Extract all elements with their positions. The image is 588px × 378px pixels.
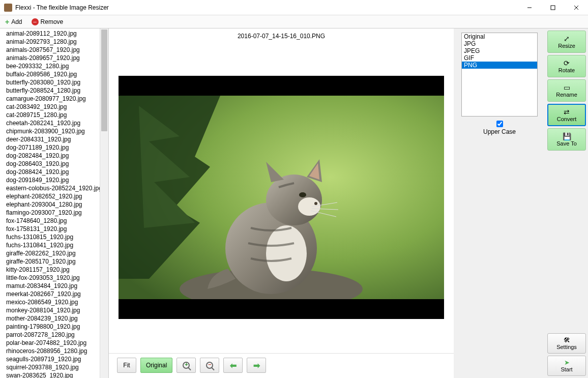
file-item[interactable]: painting-1798800_1920.jpg <box>6 323 100 331</box>
format-item[interactable]: JPG <box>462 40 537 47</box>
resize-button[interactable]: ⤢ Resize <box>547 31 586 53</box>
file-item[interactable]: squirrel-2093788_1920.jpg <box>6 363 100 371</box>
file-list[interactable]: animal-2089112_1920.jpganimal-2092793_12… <box>0 28 100 378</box>
convert-icon: ⇄ <box>564 108 570 115</box>
kitten-photo <box>119 96 444 299</box>
file-item[interactable]: fox-1748640_1280.jpg <box>6 217 100 225</box>
file-item[interactable]: parrot-2087278_1280.jpg <box>6 331 100 339</box>
start-icon: ➤ <box>564 359 570 366</box>
next-image-button[interactable]: ➡ <box>247 358 266 373</box>
options-panel: OriginalJPGJPEGGIFPNG Upper Case <box>454 28 545 378</box>
original-button[interactable]: Original <box>140 358 172 373</box>
save-to-button[interactable]: 💾 Save To <box>547 128 586 151</box>
format-item[interactable]: Original <box>462 33 537 40</box>
zoom-out-button[interactable] <box>200 358 219 373</box>
format-list[interactable]: OriginalJPGJPEGGIFPNG <box>461 33 538 117</box>
file-item[interactable]: cheetah-2082241_1920.jpg <box>6 119 100 127</box>
file-item[interactable]: mexico-2086549_1920.jpg <box>6 298 100 306</box>
save-icon: 💾 <box>563 133 571 140</box>
file-item[interactable]: animals-2087567_1920.jpg <box>6 46 100 54</box>
file-item[interactable]: mamut-2083484_1920.jpg <box>6 282 100 290</box>
rename-button[interactable]: ▭ Rename <box>547 79 586 102</box>
svg-point-7 <box>266 225 307 281</box>
preview-panel: 2016-07-07_14-15-16_010.PNG <box>109 28 454 378</box>
settings-icon: 🛠 <box>564 337 570 343</box>
format-item[interactable]: JPEG <box>462 47 537 54</box>
upper-case-label: Upper Case <box>483 128 516 135</box>
fit-button[interactable]: Fit <box>117 358 136 373</box>
file-item[interactable]: fox-1758131_1920.jpg <box>6 225 100 233</box>
remove-button[interactable]: – Remove <box>30 17 66 26</box>
convert-button[interactable]: ⇄ Convert <box>547 104 586 126</box>
format-item[interactable]: GIF <box>462 54 537 62</box>
rotate-button[interactable]: ⟳ Rotate <box>547 55 586 77</box>
start-button[interactable]: ➤ Start <box>547 356 586 376</box>
file-item[interactable]: meerkat-2082667_1920.jpg <box>6 290 100 298</box>
upper-case-checkbox[interactable] <box>496 121 503 127</box>
file-item[interactable]: animal-2092793_1280.jpg <box>6 38 100 46</box>
settings-button[interactable]: 🛠 Settings <box>547 333 586 354</box>
file-item[interactable]: elephant-2093004_1280.jpg <box>6 200 100 209</box>
minus-icon: – <box>32 18 39 25</box>
file-item[interactable]: flamingo-2093007_1920.jpg <box>6 209 100 217</box>
format-item[interactable]: PNG <box>462 62 537 69</box>
zoom-in-button[interactable] <box>177 358 196 373</box>
file-item[interactable]: fuchs-1310841_1920.jpg <box>6 241 100 249</box>
svg-point-9 <box>298 197 320 216</box>
preview-filename: 2016-07-07_14-15-16_010.PNG <box>109 28 454 42</box>
rename-icon: ▭ <box>564 84 570 91</box>
svg-rect-1 <box>551 6 555 10</box>
file-item[interactable]: butterfly-2088524_1280.jpg <box>6 86 100 95</box>
file-item[interactable]: bee-2093332_1280.jpg <box>6 62 100 70</box>
prev-image-button[interactable]: ⬅ <box>223 358 243 373</box>
file-item[interactable]: elephant-2082652_1920.jpg <box>6 192 100 200</box>
file-item[interactable]: swan-2083625_1920.jpg <box>6 371 100 378</box>
file-item[interactable]: kitty-2081157_1920.jpg <box>6 266 100 274</box>
file-item[interactable]: dog-2082484_1920.jpg <box>6 152 100 160</box>
file-item[interactable]: mother-2084239_1920.jpg <box>6 314 100 323</box>
file-item[interactable]: dog-2071189_1920.jpg <box>6 143 100 152</box>
right-rail: OriginalJPGJPEGGIFPNG Upper Case ⤢ Resiz… <box>454 28 588 378</box>
file-item[interactable]: animal-2089112_1920.jpg <box>6 30 100 38</box>
file-item[interactable]: dog-2091849_1920.jpg <box>6 176 100 184</box>
file-scrollbar[interactable] <box>100 28 108 378</box>
file-item[interactable]: fuchs-1310815_1920.jpg <box>6 233 100 241</box>
main-area: animal-2089112_1920.jpganimal-2092793_12… <box>0 28 588 378</box>
file-item[interactable]: butterfly-2083080_1920.jpg <box>6 78 100 86</box>
main-toolbar: + Add – Remove <box>0 15 588 28</box>
scrollbar-thumb[interactable] <box>101 30 107 131</box>
file-item[interactable]: buffalo-2089586_1920.jpg <box>6 70 100 78</box>
remove-label: Remove <box>41 18 64 25</box>
file-item[interactable]: polar-bear-2074882_1920.jpg <box>6 339 100 347</box>
file-item[interactable]: little-fox-2093053_1920.jpg <box>6 274 100 282</box>
file-item[interactable]: giraffe-2085170_1920.jpg <box>6 257 100 266</box>
file-item[interactable]: cat-2083492_1920.jpg <box>6 103 100 111</box>
rotate-icon: ⟳ <box>564 60 570 67</box>
zoom-in-icon <box>183 362 190 369</box>
file-item[interactable]: animals-2089657_1920.jpg <box>6 54 100 62</box>
file-item[interactable]: eastern-colobus-2085224_1920.jpg <box>6 184 100 192</box>
close-button[interactable] <box>565 0 588 15</box>
close-icon <box>574 5 579 10</box>
add-label: Add <box>11 18 22 25</box>
file-item[interactable]: rhinoceros-2088956_1280.jpg <box>6 347 100 355</box>
add-button[interactable]: + Add <box>3 17 24 27</box>
file-item[interactable]: dog-2088424_1920.jpg <box>6 168 100 176</box>
svg-point-10 <box>314 202 317 205</box>
file-item[interactable]: monkey-2088104_1920.jpg <box>6 306 100 314</box>
file-item[interactable]: cat-2089715_1280.jpg <box>6 111 100 119</box>
file-item[interactable]: seagulls-2089719_1920.jpg <box>6 355 100 363</box>
file-item[interactable]: chipmunk-2083900_1920.jpg <box>6 127 100 135</box>
preview-image-wrap <box>109 42 454 353</box>
file-item[interactable]: giraffe-2082262_1920.jpg <box>6 249 100 257</box>
preview-image[interactable] <box>119 76 444 319</box>
window-title: Flexxi - The flexible Image Resizer <box>15 4 518 11</box>
svg-point-11 <box>299 192 306 197</box>
file-item[interactable]: dog-2086403_1920.jpg <box>6 160 100 168</box>
window-titlebar: Flexxi - The flexible Image Resizer <box>0 0 588 15</box>
file-panel: animal-2089112_1920.jpganimal-2092793_12… <box>0 28 109 378</box>
file-item[interactable]: deer-2084331_1920.jpg <box>6 135 100 143</box>
minimize-button[interactable] <box>518 0 541 15</box>
maximize-button[interactable] <box>541 0 565 15</box>
file-item[interactable]: camargue-2080977_1920.jpg <box>6 95 100 103</box>
